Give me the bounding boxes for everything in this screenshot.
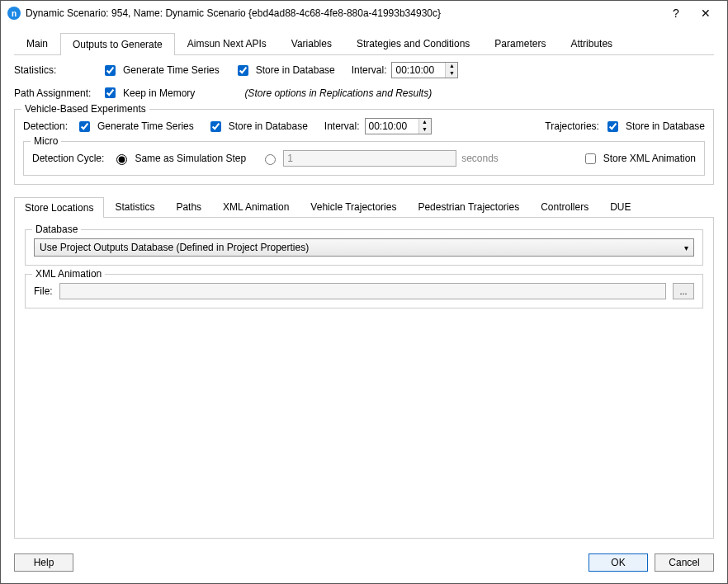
radio-same-as-simulation-step[interactable] [116, 154, 127, 165]
help-button[interactable]: ? [661, 2, 691, 25]
micro-group: Micro Detection Cycle: Same as Simulatio… [23, 141, 705, 176]
spinner-icon[interactable]: ▲▼ [445, 63, 457, 78]
subtab-vehicle-trajectories[interactable]: Vehicle Trajectories [300, 196, 407, 217]
xml-animation-legend: XML Animation [32, 268, 105, 280]
tab-variables[interactable]: Variables [279, 32, 344, 54]
app-icon: n [7, 7, 21, 20]
database-legend: Database [32, 224, 81, 235]
tab-strategies-and-conditions[interactable]: Strategies and Conditions [344, 32, 482, 54]
detection-gen-time-series-checkbox[interactable] [79, 121, 90, 132]
ok-button[interactable]: OK [589, 553, 648, 572]
statistics-gen-time-series-checkbox[interactable] [105, 65, 116, 76]
path-assignment-note: (Store options in Replications and Resul… [244, 87, 432, 99]
tab-attributes[interactable]: Attributes [558, 32, 625, 54]
tab-parameters[interactable]: Parameters [482, 32, 558, 54]
statistics-store-db-label: Store in Database [256, 64, 335, 76]
detection-cycle-label: Detection Cycle: [32, 153, 104, 164]
store-xml-animation-checkbox[interactable] [585, 153, 596, 164]
detection-cycle-seconds-input[interactable] [283, 150, 456, 167]
detection-gen-time-series-label: Generate Time Series [97, 120, 194, 132]
subtab-controllers[interactable]: Controllers [530, 196, 599, 217]
chevron-down-icon: ▾ [684, 243, 688, 252]
spinner-icon[interactable]: ▲▼ [418, 119, 431, 134]
trajectories-label: Trajectories: [545, 120, 599, 132]
statistics-label: Statistics: [14, 64, 93, 76]
statistics-interval-label: Interval: [352, 64, 387, 76]
browse-button[interactable]: ... [673, 283, 694, 299]
subtab-paths[interactable]: Paths [165, 196, 212, 217]
database-select[interactable]: Use Project Outputs Database (Defined in… [34, 238, 694, 257]
detection-store-db-checkbox[interactable] [210, 121, 221, 132]
detection-interval-field[interactable] [366, 119, 418, 134]
xml-file-row: File: ... [34, 283, 694, 299]
close-button[interactable]: ✕ [691, 2, 721, 25]
detection-interval-input[interactable]: ▲▼ [365, 118, 432, 134]
xml-animation-group: XML Animation File: ... [25, 274, 703, 308]
store-locations-panel: Database Use Project Outputs Database (D… [14, 218, 714, 539]
trajectories-store-db-label: Store in Database [626, 120, 705, 132]
sub-tab-bar: Store Locations Statistics Paths XML Ani… [14, 196, 714, 218]
dialog-window: n Dynamic Scenario: 954, Name: Dynamic S… [0, 0, 728, 584]
vbe-legend: Vehicle-Based Experiments [21, 103, 149, 115]
statistics-interval-field[interactable] [392, 63, 445, 78]
detection-interval-label: Interval: [324, 120, 360, 132]
database-selected-option: Use Project Outputs Database (Defined in… [40, 242, 309, 253]
tab-main[interactable]: Main [14, 32, 60, 54]
dialog-content: Main Outputs to Generate Aimsun Next API… [1, 26, 727, 545]
seconds-label: seconds [461, 153, 499, 164]
detection-cycle-row: Detection Cycle: Same as Simulation Step… [32, 150, 696, 167]
titlebar: n Dynamic Scenario: 954, Name: Dynamic S… [1, 1, 727, 26]
database-group: Database Use Project Outputs Database (D… [25, 229, 703, 266]
statistics-interval-input[interactable]: ▲▼ [391, 62, 458, 78]
trajectories-store-db-checkbox[interactable] [607, 121, 618, 132]
detection-label: Detection: [23, 120, 68, 132]
statistics-gen-time-series-label: Generate Time Series [123, 64, 220, 76]
subtab-store-locations[interactable]: Store Locations [14, 197, 104, 218]
path-assignment-row: Path Assignment: Keep in Memory (Store o… [14, 85, 714, 101]
main-tab-bar: Main Outputs to Generate Aimsun Next API… [14, 32, 714, 55]
tab-outputs-to-generate[interactable]: Outputs to Generate [60, 33, 175, 55]
dialog-footer: Help OK Cancel [1, 545, 727, 583]
keep-in-memory-checkbox[interactable] [105, 87, 116, 98]
help-footer-button[interactable]: Help [14, 553, 73, 572]
tab-aimsun-next-apis[interactable]: Aimsun Next APIs [175, 32, 279, 54]
detection-store-db-label: Store in Database [229, 120, 308, 132]
store-xml-animation-label: Store XML Animation [603, 153, 696, 164]
window-title: Dynamic Scenario: 954, Name: Dynamic Sce… [26, 7, 661, 19]
subtab-pedestrian-trajectories[interactable]: Pedestrian Trajectories [407, 196, 530, 217]
detection-row: Detection: Generate Time Series Store in… [23, 118, 705, 134]
xml-file-input[interactable] [59, 283, 666, 299]
cancel-button[interactable]: Cancel [655, 553, 714, 572]
vehicle-based-experiments-group: Vehicle-Based Experiments Detection: Gen… [14, 109, 714, 185]
statistics-store-db-checkbox[interactable] [238, 65, 248, 76]
subtab-xml-animation[interactable]: XML Animation [212, 196, 300, 217]
keep-in-memory-label: Keep in Memory [123, 87, 195, 99]
radio-same-label: Same as Simulation Step [135, 153, 246, 164]
statistics-row: Statistics: Generate Time Series Store i… [14, 62, 714, 78]
subtab-statistics[interactable]: Statistics [104, 196, 165, 217]
subtab-due[interactable]: DUE [599, 196, 641, 217]
micro-legend: Micro [31, 135, 61, 147]
file-label: File: [34, 285, 53, 297]
path-assignment-label: Path Assignment: [14, 87, 93, 99]
radio-custom-seconds[interactable] [265, 154, 276, 165]
